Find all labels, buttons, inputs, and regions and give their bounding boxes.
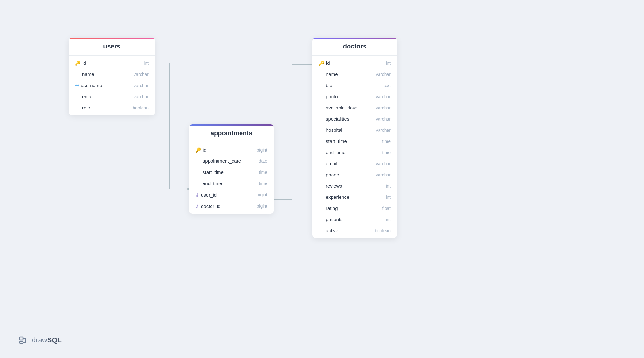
table-row: available_days varchar [312, 102, 397, 113]
drawsql-logo-icon [19, 335, 29, 345]
table-row: ⚷ doctor_id bigint [189, 200, 274, 212]
table-row: email varchar [69, 91, 155, 102]
fk-icon: ⚷ [195, 192, 199, 198]
table-row: phone varchar [312, 169, 397, 180]
users-table[interactable]: users 🔑 id int name varchar [69, 38, 155, 115]
table-row: 🔑 id int [312, 57, 397, 69]
table-row: rating float [312, 203, 397, 214]
appointments-table-header: appointments [189, 124, 274, 142]
table-row: name varchar [312, 69, 397, 80]
table-row: patients int [312, 214, 397, 225]
drawsql-logo: drawSQL [19, 335, 62, 345]
appointments-table-body: 🔑 id bigint appointment_date date start_… [189, 142, 274, 214]
table-row: 🔑 id bigint [189, 144, 274, 155]
table-row: hospital varchar [312, 124, 397, 136]
svg-marker-0 [186, 188, 189, 190]
doctors-title: doctors [343, 43, 366, 50]
table-row: end_time time [312, 147, 397, 158]
appointments-table[interactable]: appointments 🔑 id bigint appointment_dat… [189, 124, 274, 214]
table-row: role boolean [69, 102, 155, 113]
table-row: ✳ username varchar [69, 80, 155, 91]
users-table-body: 🔑 id int name varchar ✳ username varc [69, 56, 155, 115]
table-row: reviews int [312, 180, 397, 191]
doctors-table[interactable]: doctors 🔑 id int name varchar [312, 38, 397, 238]
table-row: 🔑 id int [69, 57, 155, 69]
table-row: appointment_date date [189, 155, 274, 167]
table-row: bio text [312, 80, 397, 91]
doctors-table-header: doctors [312, 38, 397, 56]
appointments-title: appointments [211, 130, 252, 137]
key-icon: 🔑 [319, 61, 324, 66]
table-row: start_time time [189, 167, 274, 178]
key-icon: 🔑 [75, 61, 80, 66]
table-row: end_time time [189, 178, 274, 189]
table-row: ⚷ user_id bigint [189, 189, 274, 200]
table-row: name varchar [69, 69, 155, 80]
svg-rect-3 [20, 341, 23, 343]
table-row: start_time time [312, 136, 397, 147]
key-icon: 🔑 [195, 147, 201, 153]
asterisk-icon: ✳ [75, 83, 79, 88]
table-row: photo varchar [312, 91, 397, 102]
svg-rect-2 [20, 337, 23, 340]
table-row: email varchar [312, 158, 397, 169]
drawsql-text: drawSQL [32, 336, 62, 344]
fk-icon: ⚷ [195, 203, 199, 209]
table-row: specialities varchar [312, 113, 397, 124]
users-table-header: users [69, 38, 155, 56]
canvas: users 🔑 id int name varchar [0, 0, 644, 358]
doctors-table-body: 🔑 id int name varchar bio text [312, 56, 397, 238]
table-row: experience int [312, 191, 397, 203]
table-row: active boolean [312, 225, 397, 236]
users-title: users [103, 43, 120, 50]
